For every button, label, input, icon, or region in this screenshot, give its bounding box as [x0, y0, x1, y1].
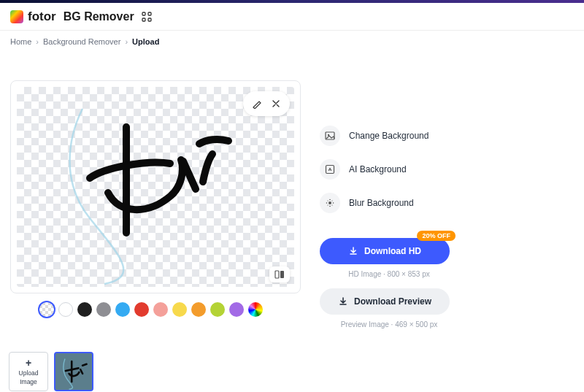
app-header: fotor BG Remover	[0, 3, 584, 31]
breadcrumb-home[interactable]: Home	[10, 37, 31, 46]
svg-point-17	[331, 204, 332, 205]
swatch-rainbow[interactable]	[248, 302, 263, 317]
image-thumbnail[interactable]	[54, 352, 93, 391]
svg-rect-4	[275, 271, 279, 278]
breadcrumb-current: Upload	[132, 37, 159, 46]
svg-point-12	[326, 202, 328, 204]
svg-rect-1	[148, 12, 151, 15]
svg-rect-2	[142, 18, 145, 21]
breadcrumb-bgremover[interactable]: Background Remover	[43, 37, 120, 46]
blur-background-button[interactable]: Blur Background	[320, 193, 458, 213]
chevron-right-icon: ›	[125, 37, 128, 46]
download-preview-label: Download Preview	[354, 296, 431, 307]
thumbnail-preview-icon	[55, 353, 92, 390]
chevron-right-icon: ›	[36, 37, 39, 46]
brand-mark-icon	[10, 10, 23, 23]
svg-point-13	[333, 202, 334, 204]
svg-point-15	[331, 200, 332, 201]
preview-caption: Preview Image · 469 × 500 px	[320, 315, 458, 339]
swatch-red[interactable]	[134, 302, 149, 317]
download-hd-button[interactable]: Download HD	[320, 238, 450, 264]
svg-point-10	[329, 199, 331, 201]
swatch-pink[interactable]	[153, 302, 168, 317]
swatch-lime[interactable]	[210, 302, 225, 317]
apps-grid-icon[interactable]	[142, 12, 152, 22]
svg-rect-18	[55, 353, 92, 390]
plus-icon: +	[26, 358, 31, 368]
svg-point-11	[329, 206, 331, 207]
svg-rect-0	[142, 12, 145, 15]
download-hd-label: Download HD	[364, 246, 421, 256]
upload-image-tile[interactable]: + Upload Image	[9, 352, 48, 391]
upload-label-1: Upload	[19, 369, 39, 377]
swatch-sky[interactable]	[115, 302, 130, 317]
discount-badge: 20% OFF	[417, 231, 456, 241]
blur-background-label: Blur Background	[349, 198, 414, 208]
swatch-transparent[interactable]	[39, 302, 54, 317]
swatch-gray[interactable]	[96, 302, 111, 317]
ai-icon	[320, 159, 340, 180]
upload-label-2: Image	[20, 378, 37, 385]
signature-image	[17, 87, 294, 287]
swatch-orange[interactable]	[191, 302, 206, 317]
canvas-area[interactable]	[17, 87, 294, 287]
hd-caption: HD Image · 800 × 853 px	[320, 264, 458, 288]
brush-tool-button[interactable]	[249, 96, 265, 112]
blur-icon	[320, 193, 340, 213]
swatch-white[interactable]	[58, 302, 73, 317]
change-background-label: Change Background	[349, 131, 429, 141]
image-icon	[320, 126, 340, 146]
swatch-purple[interactable]	[229, 302, 244, 317]
svg-point-16	[327, 204, 328, 205]
erase-tool-button[interactable]	[268, 96, 284, 112]
swatch-yellow[interactable]	[172, 302, 187, 317]
color-swatches	[10, 293, 301, 326]
change-background-button[interactable]: Change Background	[320, 126, 458, 146]
download-icon	[348, 246, 358, 256]
canvas-card	[10, 80, 301, 293]
compare-button[interactable]	[269, 266, 290, 283]
ai-background-label: AI Background	[349, 164, 407, 174]
canvas-toolbar	[243, 91, 290, 116]
svg-rect-3	[148, 18, 151, 21]
svg-rect-5	[280, 271, 284, 278]
brand-text: fotor	[28, 9, 56, 24]
product-title: BG Remover	[64, 10, 134, 23]
svg-point-14	[327, 200, 328, 201]
ai-background-button[interactable]: AI Background	[320, 159, 458, 180]
download-icon	[338, 296, 348, 307]
breadcrumb: Home › Background Remover › Upload	[0, 31, 584, 53]
download-preview-button[interactable]: Download Preview	[320, 288, 450, 315]
svg-rect-8	[326, 166, 334, 174]
swatch-black[interactable]	[77, 302, 92, 317]
sidebar: Change Background AI Background Blur Bac…	[320, 80, 458, 339]
thumbnail-strip: + Upload Image	[0, 339, 584, 392]
brand-logo[interactable]: fotor	[10, 9, 56, 24]
svg-point-9	[328, 201, 331, 204]
